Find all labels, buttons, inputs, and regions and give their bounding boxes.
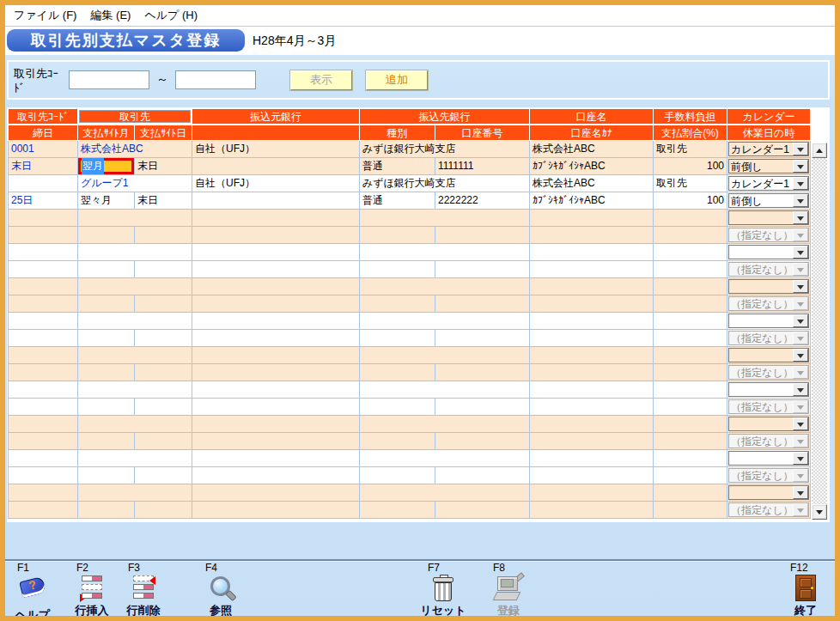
cell-closing-day[interactable]: [8, 330, 78, 347]
partner-code-from-input[interactable]: [69, 70, 149, 89]
cell-partner-code[interactable]: [8, 244, 78, 261]
menu-item-file[interactable]: ファイル (F): [14, 8, 76, 23]
cell-partner-code[interactable]: [8, 450, 78, 467]
cell-account-type[interactable]: [360, 295, 435, 313]
cell-account-kana[interactable]: [530, 295, 654, 313]
cell-closing-day[interactable]: [8, 295, 78, 313]
cell-source-bank[interactable]: 自社（UFJ）: [192, 175, 360, 192]
cell-partner-name[interactable]: グループ1: [78, 175, 192, 192]
cell-holiday-rule[interactable]: （指定なし）: [727, 330, 811, 347]
chevron-down-icon[interactable]: [793, 383, 808, 396]
cell-holiday-rule[interactable]: （指定なし）: [727, 467, 811, 484]
cell-account-number[interactable]: 1111111: [435, 158, 530, 175]
chevron-down-icon[interactable]: [793, 314, 808, 327]
calendar-select[interactable]: [728, 348, 809, 362]
cell-account-number[interactable]: 2222222: [435, 192, 530, 210]
cell-closing-day[interactable]: 25日: [8, 192, 78, 210]
cell-dest-bank[interactable]: [360, 347, 530, 364]
cell-account-name[interactable]: [530, 244, 654, 261]
calendar-select[interactable]: [728, 314, 809, 328]
cell-dest-bank[interactable]: みずほ銀行大崎支店: [360, 141, 530, 158]
cell-account-type[interactable]: [360, 433, 435, 450]
cell-partner-name[interactable]: [78, 381, 192, 399]
cell-closing-day[interactable]: [8, 502, 78, 519]
cell-dest-bank[interactable]: [360, 450, 530, 467]
chevron-down-icon[interactable]: [793, 349, 808, 362]
cell-account-type[interactable]: [360, 227, 435, 244]
chevron-down-icon[interactable]: [793, 211, 808, 224]
cell-payment-ratio[interactable]: [654, 467, 727, 484]
cell-calendar[interactable]: カレンダー1: [727, 175, 811, 192]
calendar-select[interactable]: [728, 417, 809, 431]
cell-fee-bearer[interactable]: [654, 244, 727, 261]
cell-source-bank[interactable]: [192, 381, 360, 399]
cell-partner-name[interactable]: [78, 450, 192, 467]
cell-source-bank[interactable]: [192, 484, 360, 502]
cell-account-name[interactable]: [530, 313, 654, 330]
calendar-select[interactable]: [728, 485, 809, 500]
cell-source-bank-sub[interactable]: [192, 467, 360, 484]
cell-partner-code[interactable]: [8, 210, 78, 227]
cell-account-kana[interactable]: [530, 433, 654, 450]
cell-account-kana[interactable]: [530, 227, 654, 244]
cell-account-number[interactable]: [435, 502, 530, 519]
cell-fee-bearer[interactable]: 取引先: [654, 141, 727, 158]
cell-payment-ratio[interactable]: [654, 295, 727, 313]
cell-closing-day[interactable]: [8, 364, 78, 381]
cell-calendar[interactable]: [727, 210, 811, 227]
cell-source-bank[interactable]: [192, 450, 360, 467]
cell-calendar[interactable]: カレンダー1: [727, 141, 811, 158]
cell-payment-ratio[interactable]: [654, 261, 727, 278]
cell-dest-bank[interactable]: みずほ銀行大崎支店: [360, 175, 530, 192]
cell-payment-site-month[interactable]: 翌々月: [78, 192, 135, 210]
cell-source-bank[interactable]: [192, 278, 360, 295]
toolbar-button-f1[interactable]: F1ヘルプ: [7, 562, 58, 616]
cell-account-kana[interactable]: [530, 364, 654, 381]
cell-partner-name[interactable]: [78, 484, 192, 502]
toolbar-button-f12[interactable]: F12終了: [780, 562, 831, 616]
cell-payment-site-month[interactable]: [78, 227, 135, 244]
chevron-down-icon[interactable]: [793, 246, 808, 259]
cell-account-name[interactable]: [530, 381, 654, 399]
cell-calendar[interactable]: [727, 313, 811, 330]
cell-account-name[interactable]: [530, 278, 654, 295]
cell-fee-bearer[interactable]: [654, 313, 727, 330]
scroll-track[interactable]: [812, 158, 827, 504]
cell-dest-bank[interactable]: [360, 416, 530, 433]
cell-account-kana[interactable]: ｶﾌﾞｼｷｶﾞｲｼｬABC: [530, 192, 654, 210]
cell-partner-name[interactable]: [78, 244, 192, 261]
cell-account-kana[interactable]: [530, 502, 654, 519]
cell-dest-bank[interactable]: [360, 313, 530, 330]
cell-payment-site-month[interactable]: [78, 330, 135, 347]
cell-holiday-rule[interactable]: （指定なし）: [727, 399, 811, 416]
cell-closing-day[interactable]: 末日: [8, 158, 78, 175]
chevron-down-icon[interactable]: [793, 143, 808, 155]
cell-account-number[interactable]: [435, 433, 530, 450]
cell-fee-bearer[interactable]: [654, 381, 727, 399]
cell-calendar[interactable]: [727, 484, 811, 502]
cell-calendar[interactable]: [727, 347, 811, 364]
add-button[interactable]: 追加: [366, 70, 428, 90]
cell-account-number[interactable]: [435, 227, 530, 244]
cell-partner-name[interactable]: [78, 416, 192, 433]
cell-holiday-rule[interactable]: （指定なし）: [727, 261, 811, 278]
cell-fee-bearer[interactable]: [654, 347, 727, 364]
cell-payment-site-day[interactable]: [135, 502, 192, 519]
cell-payment-site-day[interactable]: 末日: [135, 158, 192, 175]
cell-payment-site-month[interactable]: [78, 502, 135, 519]
cell-payment-ratio[interactable]: [654, 433, 727, 450]
calendar-select[interactable]: カレンダー1: [728, 176, 809, 191]
cell-fee-bearer[interactable]: [654, 484, 727, 502]
cell-source-bank[interactable]: [192, 347, 360, 364]
cell-account-kana[interactable]: [530, 330, 654, 347]
cell-calendar[interactable]: [727, 381, 811, 399]
cell-closing-day[interactable]: [8, 399, 78, 416]
editing-cell[interactable]: 翌月: [78, 158, 134, 174]
cell-partner-code[interactable]: [8, 347, 78, 364]
cell-dest-bank[interactable]: [360, 244, 530, 261]
show-button[interactable]: 表示: [290, 70, 352, 90]
cell-account-name[interactable]: [530, 450, 654, 467]
cell-holiday-rule[interactable]: （指定なし）: [727, 364, 811, 381]
cell-calendar[interactable]: [727, 416, 811, 433]
cell-account-name[interactable]: 株式会社ABC: [530, 141, 654, 158]
